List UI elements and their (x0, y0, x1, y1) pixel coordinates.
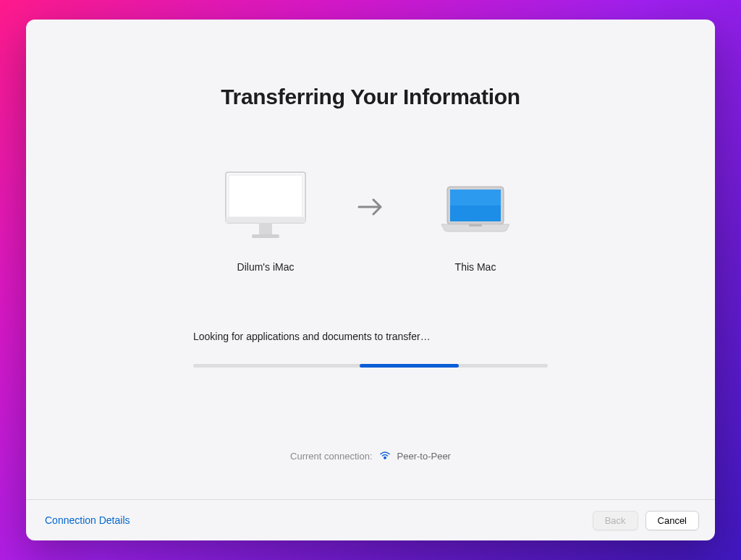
page-title: Transferring Your Information (221, 85, 520, 109)
connection-details-button[interactable]: Connection Details (42, 510, 133, 530)
wifi-icon (380, 451, 390, 462)
footer-buttons: Back Cancel (593, 511, 699, 530)
progress-bar (193, 364, 548, 368)
connection-info: Current connection: Peer-to-Peer (290, 451, 451, 462)
source-device-label: Dilum's iMac (237, 261, 295, 273)
svg-rect-1 (229, 175, 302, 217)
status-section: Looking for applications and documents t… (193, 331, 548, 368)
svg-rect-7 (450, 190, 501, 205)
svg-rect-2 (226, 217, 305, 223)
svg-point-9 (384, 457, 385, 459)
destination-device-label: This Mac (455, 261, 496, 273)
arrow-right-icon (357, 197, 384, 220)
status-text: Looking for applications and documents t… (193, 331, 548, 342)
destination-device: This Mac (414, 171, 537, 273)
macbook-icon (434, 171, 517, 243)
progress-fill (360, 364, 459, 368)
devices-row: Dilum's iMac This Mac (204, 171, 537, 273)
footer: Connection Details Back Cancel (26, 500, 715, 540)
migration-assistant-window: Transferring Your Information Dilum's iM… (26, 20, 715, 540)
connection-label: Current connection: (290, 451, 372, 462)
svg-rect-4 (252, 234, 279, 238)
source-device: Dilum's iMac (204, 171, 327, 273)
main-content: Transferring Your Information Dilum's iM… (26, 20, 715, 499)
connection-type: Peer-to-Peer (397, 451, 451, 462)
svg-rect-8 (469, 224, 482, 226)
svg-rect-3 (259, 223, 272, 234)
imac-icon (224, 171, 307, 243)
back-button: Back (593, 511, 638, 530)
cancel-button[interactable]: Cancel (645, 511, 699, 530)
